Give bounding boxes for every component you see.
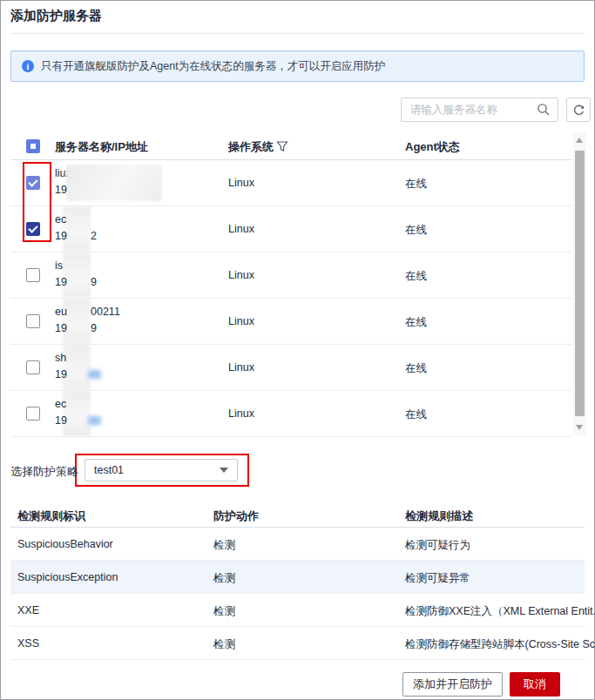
- rule-id: SuspiciousBehavior: [17, 538, 113, 550]
- server-os: Linux: [228, 361, 254, 374]
- redacted-blur: [63, 345, 91, 390]
- agent-status: 在线: [405, 315, 427, 330]
- chevron-down-icon: [220, 468, 228, 473]
- rules-table-header: 检测规则标识 防护动作 检测规则描述: [10, 503, 585, 528]
- server-ip: 19: [55, 230, 67, 242]
- agent-status: 在线: [405, 407, 427, 422]
- select-all-checkbox[interactable]: [26, 139, 40, 153]
- rule-desc: 检测防御XXE注入（XML External Entit...: [405, 604, 595, 619]
- rule-id: XXE: [17, 604, 39, 616]
- row-checkbox-unchecked[interactable]: [26, 314, 40, 328]
- redacted-blur-link: [88, 370, 101, 379]
- server-os: Linux: [228, 177, 254, 189]
- server-row-5[interactable]: sh 19 Linux 在线: [10, 345, 572, 391]
- column-header-action: 防护动作: [213, 508, 259, 524]
- server-ip-suffix: 9: [91, 322, 97, 334]
- server-table-header: 服务器名称/IP地址 操作系统 Agent状态: [10, 132, 572, 160]
- vertical-scrollbar[interactable]: [573, 132, 586, 435]
- server-os: Linux: [228, 269, 254, 281]
- redacted-blur: [63, 252, 91, 298]
- server-search-box: [401, 98, 558, 122]
- server-name: is: [55, 259, 63, 272]
- row-checkbox-checked[interactable]: [26, 222, 40, 236]
- add-and-enable-protection-button[interactable]: 添加并开启防护: [402, 672, 503, 697]
- server-name: eu: [55, 306, 67, 318]
- rule-row-1[interactable]: SuspiciousBehavior 检测 检测可疑行为: [10, 528, 585, 561]
- column-header-os: 操作系统: [228, 139, 274, 155]
- info-icon: i: [22, 60, 34, 72]
- row-checkbox-unchecked[interactable]: [26, 268, 40, 282]
- server-ip: 19: [55, 322, 67, 334]
- redacted-blur: [66, 165, 162, 201]
- server-search-input[interactable]: [402, 104, 537, 116]
- server-name: sh: [55, 352, 66, 364]
- cancel-button[interactable]: 取消: [510, 672, 560, 697]
- policy-dropdown[interactable]: test01: [85, 459, 238, 481]
- row-checkbox-unchecked[interactable]: [26, 360, 40, 374]
- rule-action: 检测: [213, 637, 235, 652]
- server-os: Linux: [228, 407, 254, 420]
- redacted-blur: [63, 206, 91, 252]
- rule-row-3[interactable]: XXE 检测 检测防御XXE注入（XML External Entit...: [10, 594, 585, 627]
- refresh-button[interactable]: [566, 98, 591, 122]
- rule-row-4[interactable]: XSS 检测 检测防御存储型跨站脚本(Cross-Site Sc...: [10, 627, 585, 660]
- search-icon[interactable]: [537, 103, 551, 117]
- rule-action: 检测: [213, 604, 235, 619]
- rule-action: 检测: [213, 538, 235, 553]
- server-ip: 19: [55, 276, 67, 288]
- policy-select-label: 选择防护策略: [10, 464, 78, 480]
- add-protection-server-dialog: 添加防护服务器 i 只有开通旗舰版防护及Agent为在线状态的服务器，才可以开启…: [0, 0, 595, 700]
- policy-dropdown-value: test01: [94, 464, 220, 476]
- server-ip-suffix: 2: [91, 230, 97, 242]
- page-title: 添加防护服务器: [10, 8, 102, 24]
- server-row-3[interactable]: is 19 9 Linux 在线: [10, 252, 572, 299]
- scrollbar-thumb[interactable]: [575, 151, 585, 416]
- agent-status: 在线: [405, 177, 427, 192]
- rule-row-2[interactable]: SuspiciousException 检测 检测可疑异常: [10, 561, 585, 594]
- server-name: ec: [55, 398, 66, 410]
- row-checkbox-unchecked[interactable]: [26, 407, 40, 421]
- server-os: Linux: [228, 223, 254, 235]
- rule-action: 检测: [213, 571, 235, 586]
- rule-desc: 检测可疑行为: [405, 538, 470, 553]
- server-name-suffix: 00211: [91, 306, 120, 318]
- server-name: ec: [55, 213, 66, 225]
- filter-icon[interactable]: [276, 140, 288, 156]
- agent-status: 在线: [405, 269, 427, 284]
- column-header-agent-status: Agent状态: [405, 139, 460, 155]
- rule-desc: 检测防御存储型跨站脚本(Cross-Site Sc...: [405, 637, 595, 652]
- scroll-down-icon[interactable]: [576, 425, 583, 430]
- redacted-blur-link: [88, 416, 101, 425]
- agent-status: 在线: [405, 223, 427, 238]
- column-header-desc: 检测规则描述: [405, 508, 473, 524]
- scroll-up-icon[interactable]: [576, 138, 583, 143]
- server-row-6[interactable]: ec 19 Linux 在线: [10, 391, 572, 437]
- server-os: Linux: [228, 315, 254, 327]
- row-checkbox-checked[interactable]: [26, 176, 40, 190]
- server-ip-suffix: 9: [91, 276, 97, 288]
- server-row-2[interactable]: ec 19 2 Linux 在线: [10, 206, 572, 252]
- column-header-rule-id: 检测规则标识: [17, 508, 85, 524]
- column-header-server-name: 服务器名称/IP地址: [55, 139, 148, 155]
- rule-id: SuspiciousException: [17, 571, 118, 583]
- rule-id: XSS: [17, 637, 39, 650]
- redacted-blur: [63, 391, 91, 436]
- server-ip: 19: [55, 414, 67, 427]
- server-ip: 19: [55, 368, 67, 380]
- rule-desc: 检测可疑异常: [405, 571, 470, 586]
- agent-status: 在线: [405, 361, 427, 376]
- server-row-1[interactable]: liuz 19 Linux 在线: [10, 160, 572, 206]
- refresh-icon: [572, 104, 585, 117]
- server-ip: 19: [55, 184, 67, 196]
- info-banner: i 只有开通旗舰版防护及Agent为在线状态的服务器，才可以开启应用防护: [10, 50, 585, 82]
- info-banner-text: 只有开通旗舰版防护及Agent为在线状态的服务器，才可以开启应用防护: [41, 59, 385, 74]
- title-divider: [10, 33, 585, 34]
- server-row-4[interactable]: eu 00211 19 9 Linux 在线: [10, 299, 572, 345]
